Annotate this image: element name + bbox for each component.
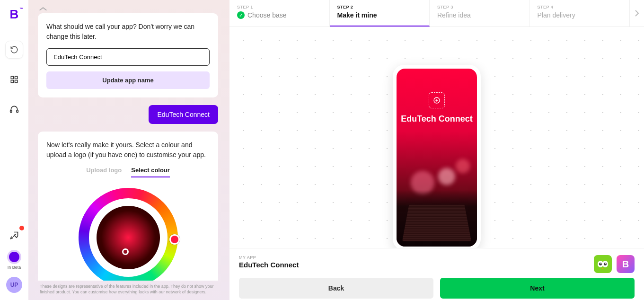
customise-card: Now let's really make it yours. Select a… <box>38 132 218 281</box>
collapse-panel-button[interactable] <box>38 5 224 13</box>
phone-screen: EduTech Connect <box>397 69 477 247</box>
main-area: STEP 1 ✓Choose base STEP 2 Make it mine … <box>229 0 644 300</box>
hue-handle[interactable] <box>169 234 180 245</box>
customise-text: Now let's really make it yours. Select a… <box>46 140 210 160</box>
rocket-icon[interactable] <box>5 227 23 245</box>
step-3-refine-idea[interactable]: STEP 3 Refine idea <box>430 0 530 26</box>
app-name-display: EduTech Connect <box>239 261 299 269</box>
svg-point-13 <box>600 263 601 264</box>
bokeh-light-icon <box>438 168 455 185</box>
step-2-make-it-mine[interactable]: STEP 2 Make it mine <box>330 0 430 26</box>
bottom-bar: MY APP EduTech Connect B Back Next <box>229 248 644 300</box>
app-name-input[interactable] <box>46 48 210 66</box>
user-avatar[interactable]: UP <box>6 277 22 293</box>
builder-template-icon[interactable]: B <box>617 255 635 273</box>
user-message-bubble: EduTech Connect <box>149 105 218 124</box>
svg-rect-3 <box>15 80 18 83</box>
preview-canvas[interactable]: EduTech Connect <box>229 27 644 248</box>
svg-point-11 <box>599 263 602 265</box>
left-sidebar: B In Beta UP <box>0 0 28 300</box>
design-disclaimer: These designs are representative of the … <box>38 281 224 295</box>
svg-rect-1 <box>15 76 18 79</box>
svg-rect-0 <box>11 76 13 79</box>
steps-next-arrow[interactable] <box>630 0 644 26</box>
support-headset-icon[interactable] <box>5 100 23 118</box>
phone-app-title: EduTech Connect <box>401 114 473 124</box>
step-4-plan-delivery[interactable]: STEP 4 Plan delivery <box>530 0 630 26</box>
customise-tabs: Upload logo Select colour <box>46 167 210 177</box>
bokeh-light-icon <box>456 159 470 173</box>
shade-handle[interactable] <box>122 248 129 255</box>
book-image <box>397 190 477 247</box>
update-app-name-button[interactable]: Update app name <box>46 71 210 89</box>
beta-indicator[interactable]: In Beta <box>8 252 21 270</box>
chat-scroll[interactable]: What should we call your app? Don't worr… <box>38 13 224 281</box>
prompt-text: What should we call your app? Don't worr… <box>46 22 210 42</box>
check-icon: ✓ <box>237 11 245 19</box>
svg-rect-5 <box>17 110 18 113</box>
undo-button[interactable] <box>5 41 23 59</box>
duolingo-template-icon[interactable] <box>594 255 612 273</box>
tab-upload-logo[interactable]: Upload logo <box>86 167 122 177</box>
tab-select-colour[interactable]: Select colour <box>131 167 170 177</box>
next-button[interactable]: Next <box>440 278 635 299</box>
wizard-steps: STEP 1 ✓Choose base STEP 2 Make it mine … <box>229 0 644 27</box>
svg-point-12 <box>604 263 607 265</box>
chat-panel: What should we call your app? Don't worr… <box>28 0 229 300</box>
app-name-prompt-card: What should we call your app? Don't worr… <box>38 13 218 97</box>
svg-rect-4 <box>10 110 12 113</box>
my-app-label: MY APP <box>239 255 299 260</box>
phone-preview: EduTech Connect <box>393 65 481 248</box>
brand-logo[interactable]: B <box>10 7 19 22</box>
color-wheel-picker[interactable] <box>79 188 178 281</box>
notification-dot-icon <box>19 226 24 230</box>
step-1-choose-base[interactable]: STEP 1 ✓Choose base <box>229 0 330 26</box>
apps-icon[interactable] <box>5 71 23 88</box>
svg-point-14 <box>605 263 606 264</box>
back-button[interactable]: Back <box>239 278 433 299</box>
svg-rect-2 <box>11 80 13 83</box>
add-logo-placeholder[interactable] <box>429 92 445 108</box>
